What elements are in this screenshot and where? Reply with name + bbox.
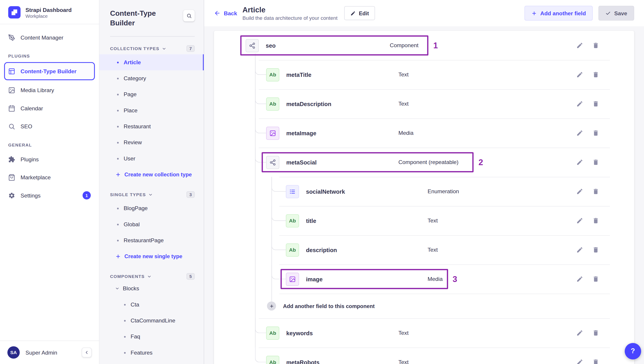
field-name: metaDescription: [286, 101, 398, 107]
fields-card: seo Component 1 Ab metaTitle Text: [214, 31, 634, 364]
collapse-sidebar-button[interactable]: [82, 347, 92, 357]
field-row-description: Ab description Text: [214, 235, 634, 264]
collection-types-header[interactable]: COLLECTION TYPES 7: [110, 45, 195, 52]
sidebar-item-page[interactable]: Page: [100, 86, 204, 102]
sidebar-item-restaurantpage[interactable]: RestaurantPage: [100, 232, 204, 248]
components-header[interactable]: COMPONENTS 5: [110, 273, 195, 280]
sidebar-item-calendar[interactable]: Calendar: [4, 100, 95, 116]
delete-field-button[interactable]: [592, 159, 599, 166]
sidebar-item-settings[interactable]: Settings 1: [4, 187, 95, 204]
sidebar-item-place[interactable]: Place: [100, 102, 204, 118]
component-group-blocks[interactable]: Blocks: [110, 280, 195, 296]
delete-field-button[interactable]: [592, 329, 599, 337]
collection-types-count: 7: [186, 45, 194, 52]
delete-field-button[interactable]: [592, 188, 599, 195]
row-actions: [576, 118, 599, 148]
field-type: Text: [428, 218, 438, 224]
brand-name: Strapi Dashboard: [25, 6, 72, 13]
component-item-cta[interactable]: Cta: [100, 297, 204, 312]
sidebar-item-plugins[interactable]: Plugins: [4, 151, 95, 167]
collection-type-label: Review: [124, 139, 142, 146]
trash-icon: [592, 71, 599, 78]
sidebar-item-blogpage[interactable]: BlogPage: [100, 200, 204, 216]
edit-field-button[interactable]: [576, 246, 583, 253]
delete-field-button[interactable]: [592, 71, 599, 78]
delete-field-button[interactable]: [592, 129, 599, 137]
field-name: metaImage: [286, 130, 398, 136]
help-button[interactable]: ?: [625, 343, 641, 359]
edit-field-button[interactable]: [576, 42, 583, 49]
edit-field-button[interactable]: [576, 71, 583, 78]
sidebar-item-content-manager[interactable]: Content Manager: [4, 29, 95, 46]
page-heading: Article Build the data architecture of y…: [242, 6, 338, 21]
edit-field-button[interactable]: [576, 217, 583, 225]
sidebar-item-label: Media Library: [21, 87, 54, 93]
pencil-icon: [576, 275, 583, 282]
text-field-icon: Ab: [266, 68, 279, 81]
avatar[interactable]: SA: [8, 346, 20, 358]
sidebar-item-category[interactable]: Category: [100, 70, 204, 86]
bullet-icon: [124, 352, 126, 353]
create-single-type-link[interactable]: Create new single type: [110, 249, 195, 264]
image-icon: [8, 87, 15, 93]
sidebar-item-global[interactable]: Global: [100, 216, 204, 232]
chevron-down-icon: [147, 274, 152, 279]
field-name: description: [306, 247, 428, 253]
sidebar-item-content-type-builder[interactable]: Content-Type Builder: [4, 62, 95, 80]
edit-button[interactable]: Edit: [344, 6, 375, 20]
delete-field-button[interactable]: [592, 275, 599, 283]
edit-field-button[interactable]: [576, 100, 583, 108]
field-type: Text: [398, 71, 408, 78]
sidebar-item-review[interactable]: Review: [100, 135, 204, 150]
sidebar-item-seo[interactable]: SEO: [4, 118, 95, 134]
component-field-icon: [266, 156, 279, 169]
sidebar-item-media-library[interactable]: Media Library: [4, 82, 95, 98]
row-actions: [576, 264, 599, 294]
strapi-logo-icon: [8, 6, 21, 19]
pencil-icon: [350, 11, 356, 16]
delete-field-button[interactable]: [592, 217, 599, 225]
trash-icon: [592, 246, 599, 253]
field-name: metaRobots: [286, 359, 398, 364]
field-type: Text: [398, 359, 408, 364]
component-items-list: Cta CtaCommandLine Faq Features: [110, 297, 195, 361]
single-types-header[interactable]: SINGLE TYPES 3: [110, 191, 195, 198]
plus-icon: [115, 172, 121, 177]
tree-elbow: [255, 318, 266, 333]
sidebar-item-marketplace[interactable]: Marketplace: [4, 169, 95, 185]
sidebar-item-user[interactable]: User: [100, 150, 204, 166]
row-actions: [576, 89, 599, 118]
bullet-icon: [124, 320, 126, 321]
delete-field-button[interactable]: [592, 100, 599, 108]
edit-field-button[interactable]: [576, 358, 583, 364]
add-another-field-button[interactable]: Add another field: [524, 6, 593, 21]
back-link[interactable]: Back: [214, 10, 237, 17]
sidebar-item-article[interactable]: Article: [100, 54, 204, 70]
sidebar-item-label: SEO: [21, 123, 32, 129]
component-item-features[interactable]: Features: [100, 345, 204, 361]
field-name: metaSocial: [286, 159, 398, 165]
brand[interactable]: Strapi Dashboard Workplace: [0, 0, 99, 24]
add-field-to-component-button[interactable]: [267, 301, 276, 310]
edit-field-button[interactable]: [576, 129, 583, 137]
edit-field-button[interactable]: [576, 329, 583, 337]
delete-field-button[interactable]: [592, 358, 599, 364]
collection-types-label: COLLECTION TYPES: [110, 46, 160, 51]
edit-field-button[interactable]: [576, 188, 583, 195]
add-field-to-component-label[interactable]: Add another field to this component: [283, 303, 374, 309]
header-actions: Add another field Save: [524, 6, 634, 21]
component-item-label: CtaCommandLine: [130, 317, 175, 323]
field-type: Media: [398, 130, 413, 136]
edit-field-button[interactable]: [576, 275, 583, 283]
search-button[interactable]: [183, 10, 194, 21]
save-button[interactable]: Save: [599, 6, 634, 21]
component-item-faq[interactable]: Faq: [100, 328, 204, 344]
sidebar-item-restaurant[interactable]: Restaurant: [100, 118, 204, 134]
sidebar-item-label: Plugins: [21, 156, 39, 162]
edit-field-button[interactable]: [576, 159, 583, 166]
delete-field-button[interactable]: [592, 246, 599, 253]
component-item-ctacommandline[interactable]: CtaCommandLine: [100, 312, 204, 328]
create-collection-type-link[interactable]: Create new collection type: [110, 166, 195, 183]
workspace-name: Workplace: [25, 13, 72, 18]
delete-field-button[interactable]: [592, 42, 599, 49]
